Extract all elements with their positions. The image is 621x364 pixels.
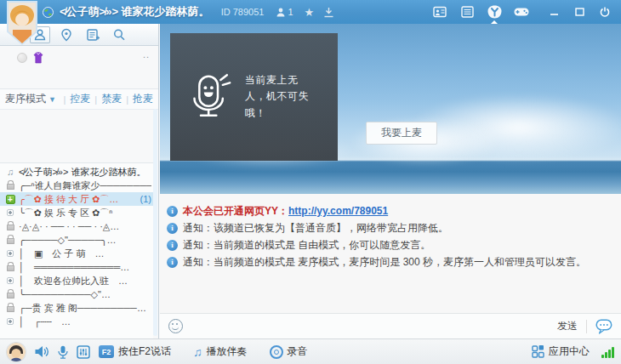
queue-more-label[interactable]: ..: [143, 49, 150, 60]
channel-tree-row[interactable]: ≮公子萌≯»> 谁家花少踏林荫。: [0, 165, 153, 179]
mic-mode-bar: 麦序模式 ▼ |控麦 |禁麦 |抢麦: [0, 88, 158, 110]
channel-type-icon: [4, 275, 16, 287]
info-icon: i: [167, 240, 178, 251]
channel-name: ·◬·◬· · ── · · ── · ·◬…: [19, 221, 151, 232]
channel-type-icon: [4, 234, 16, 246]
mixer-settings-icon[interactable]: [77, 345, 90, 359]
channel-tree-row[interactable]: ╭─────◇"─────╮…: [0, 233, 153, 247]
channel-tree-row[interactable]: ·◬·◬· · ── · · ── · ·◬…: [0, 219, 153, 233]
record-button[interactable]: 录音: [270, 344, 308, 359]
channel-type-icon: [4, 247, 16, 259]
divider: |: [63, 94, 66, 105]
microphone-icon[interactable]: [58, 345, 68, 359]
channel-tree-row[interactable]: │ ═════════════…: [0, 260, 153, 274]
message-text: 本公会已开通网页YY：: [183, 204, 288, 219]
chat-bubble-icon[interactable]: [595, 319, 612, 334]
channel-title: ≮公子萌≯»> 谁家花少踏林荫。: [60, 4, 210, 20]
game-center-icon[interactable]: [514, 5, 529, 19]
status-dot-icon: [17, 53, 27, 63]
channel-type-icon: [4, 261, 16, 273]
member-icon: [276, 8, 285, 17]
mic-mode-label[interactable]: 麦序模式: [5, 92, 46, 106]
info-icon: i: [167, 257, 178, 268]
record-label: 录音: [288, 344, 308, 359]
divider: [586, 320, 587, 333]
divider: |: [126, 94, 128, 105]
channel-type-icon: [4, 166, 16, 178]
location-pin-icon: [60, 28, 72, 42]
chat-messages: i 本公会已开通网页YY： http://yy.com/789051 i 通知：…: [160, 202, 621, 270]
channel-type-icon: [4, 316, 16, 327]
divider: |: [94, 94, 97, 105]
channel-id: ID 789051: [221, 7, 265, 17]
channel-name: ≮公子萌≯»> 谁家花少踏林荫。: [19, 166, 151, 179]
empty-mic-text: 当前麦上无人，机不可失哦！: [245, 72, 318, 122]
mic-queue-row[interactable]: ..: [0, 46, 158, 68]
mic-control-link[interactable]: 控麦: [70, 92, 90, 106]
yy-home-icon[interactable]: [487, 5, 502, 19]
channel-user-count: (1): [140, 194, 151, 204]
channel-tree: ≮公子萌≯»> 谁家花少踏林荫。 ╭─ⁿ谁人自舞谁家少───────────… …: [0, 162, 153, 338]
channel-tree-row[interactable]: ╰──────────◇"…: [0, 287, 153, 301]
tab-search[interactable]: [109, 26, 129, 43]
chat-area: i 本公会已开通网页YY： http://yy.com/789051 i 通知：…: [160, 194, 621, 313]
message-text: 通知：该频道已恢复为【普通音质】，网络带宽占用降低。: [183, 221, 448, 236]
chevron-down-icon[interactable]: ▼: [48, 95, 56, 104]
channel-info-panel-icon[interactable]: [459, 5, 475, 19]
tab-channel-list[interactable]: [83, 26, 103, 43]
music-note-icon: ♫: [193, 345, 202, 359]
channel-tree-row[interactable]: ╭─ⁿ谁人自舞谁家少───────────…: [0, 179, 153, 192]
play-accompaniment-button[interactable]: ♫ 播放伴奏: [193, 344, 248, 359]
close-power-button[interactable]: [597, 5, 612, 19]
channel-banner: 当前麦上无人，机不可失哦！ 我要上麦: [160, 24, 621, 194]
sidebar-scrollbar[interactable]: [153, 109, 157, 336]
app-center-button[interactable]: 应用中心: [532, 344, 590, 359]
channel-tree-row[interactable]: ╰⌒✿ 娱 乐 专 区 ✿⌒ⁿ: [0, 206, 153, 219]
channel-tree-row[interactable]: │ ┌┄┄ …: [0, 315, 153, 328]
mic-control-link[interactable]: 抢麦: [133, 92, 153, 106]
my-avatar[interactable]: [7, 343, 26, 361]
join-mic-button[interactable]: 我要上麦: [366, 122, 437, 145]
channel-type-icon: [4, 220, 16, 232]
message-text: 通知：当前频道的模式是 自由模式，你可以随意发言。: [183, 238, 430, 253]
titlebar: ≮公子萌≯»> 谁家花少踏林荫。 ID 789051 1 ★: [0, 0, 621, 24]
push-to-talk-control[interactable]: F2 按住F2说话: [99, 344, 171, 359]
emoticon-picker-icon[interactable]: [168, 319, 183, 333]
channel-name: │ ═════════════…: [19, 261, 151, 274]
list-edit-icon: [86, 28, 100, 42]
info-icon: i: [167, 206, 178, 217]
channel-name: ┌─贵 宾 雅 阁─────────…: [19, 302, 151, 315]
favorite-star-icon[interactable]: ★: [305, 6, 315, 19]
message-text: 通知：当前频道的模式是 麦序模式，麦序时间是 300 秒，麦序第一人和管理员可以…: [183, 255, 586, 270]
message-link[interactable]: http://yy.com/789051: [288, 205, 388, 217]
channel-tree-row[interactable]: ╭⌒✿ 接 待 大 厅 ✿⌒… (1): [0, 192, 153, 206]
tab-location[interactable]: [56, 26, 77, 43]
channel-name: ╰⌒✿ 娱 乐 专 区 ✿⌒ⁿ: [19, 207, 151, 219]
push-to-talk-label: 按住F2说话: [118, 344, 171, 359]
chat-message: i 通知：该频道已恢复为【普通音质】，网络带宽占用降低。: [160, 219, 621, 236]
channel-type-icon: [4, 179, 16, 191]
mic-controls: |控麦 |禁麦 |抢麦: [59, 92, 153, 106]
channel-name: ╭⌒✿ 接 待 大 厅 ✿⌒…: [19, 193, 139, 206]
mic-control-link[interactable]: 禁麦: [101, 92, 122, 106]
chat-message: i 通知：当前频道的模式是 自由模式，你可以随意发言。: [160, 236, 621, 253]
minimize-button[interactable]: [546, 5, 561, 19]
channel-tree-row[interactable]: │ ▣ 公 子 萌 …: [0, 247, 153, 260]
maximize-button[interactable]: [572, 5, 587, 19]
main-area: 当前麦上无人，机不可失哦！ 我要上麦 ↑ i 本公会已开通网页YY： http:…: [160, 24, 621, 338]
speaker-volume-icon[interactable]: [34, 345, 49, 358]
send-button[interactable]: 发送: [557, 319, 578, 333]
sidebar: .. 麦序模式 ▼ |控麦 |禁麦 |抢麦 ≮公子萌≯»> 谁家花少踏林荫。 ╭…: [0, 24, 159, 338]
record-icon: [270, 345, 283, 359]
channel-tree-row[interactable]: │ 欢迎各位帅比入驻 …: [0, 274, 153, 287]
network-signal-icon: [601, 346, 614, 358]
channel-type-icon: [4, 288, 16, 300]
save-collect-icon[interactable]: [323, 7, 334, 18]
channel-name: ╭─────◇"─────╮…: [19, 235, 151, 246]
app-grid-icon: [532, 345, 544, 358]
channel-tree-row[interactable]: ┌─贵 宾 雅 阁─────────…: [0, 301, 153, 315]
member-card-icon[interactable]: [432, 5, 447, 19]
smiling-mic-icon: [184, 71, 235, 123]
purple-vest-icon: [32, 52, 44, 64]
chat-message: i 本公会已开通网页YY： http://yy.com/789051: [160, 202, 621, 219]
